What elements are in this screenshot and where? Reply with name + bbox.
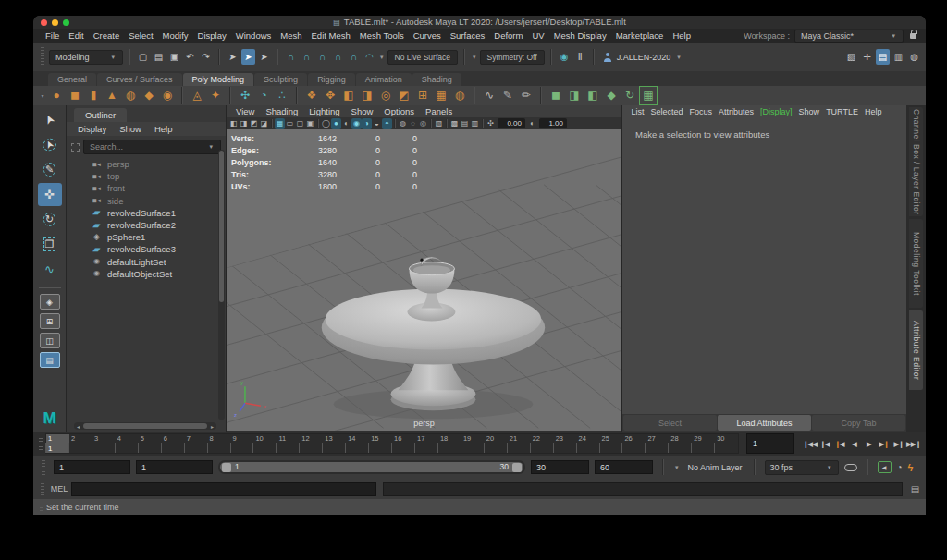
- tool-mode-selector[interactable]: Modeling▾: [49, 50, 123, 65]
- wireframe-icon[interactable]: ◯: [321, 118, 331, 129]
- frame-cell[interactable]: 15: [369, 434, 392, 453]
- exposure-field[interactable]: 0.00: [498, 118, 525, 128]
- exposure-icon[interactable]: ✣: [486, 118, 496, 129]
- menu-windows[interactable]: Windows: [231, 30, 277, 41]
- outliner-item-side[interactable]: ◼◄side: [67, 195, 226, 207]
- layout-four-pane[interactable]: ⊞: [40, 313, 60, 329]
- menu-create[interactable]: Create: [89, 30, 125, 41]
- menu-uv[interactable]: UV: [527, 30, 548, 41]
- pause-icon[interactable]: Ⅱ: [573, 49, 587, 65]
- frame-cell[interactable]: 29: [692, 434, 715, 453]
- grid-toggle-icon[interactable]: ▦: [275, 118, 285, 129]
- pane-icon[interactable]: ▥: [470, 118, 480, 129]
- account-menu[interactable]: J.ALLEN-2020▾: [600, 53, 686, 62]
- open-scene-icon[interactable]: ▤: [152, 49, 166, 65]
- move-tool-icon[interactable]: ✜: [38, 183, 62, 206]
- extrude-icon[interactable]: ◧: [584, 87, 601, 104]
- scrollbar-thumb[interactable]: [219, 151, 224, 302]
- layout-outliner-persp[interactable]: ▤: [40, 352, 60, 368]
- caret-down-icon[interactable]: ▾: [378, 54, 386, 61]
- workspace-selector[interactable]: Maya Classic*▾: [794, 30, 904, 43]
- menu-marketplace[interactable]: Marketplace: [611, 30, 669, 41]
- backface-culling-icon[interactable]: ◎: [418, 118, 428, 129]
- menu-surfaces[interactable]: Surfaces: [446, 30, 490, 41]
- ae-menu-list[interactable]: List: [628, 107, 647, 116]
- construction-plane-icon[interactable]: ✣: [237, 87, 253, 104]
- frame-cell[interactable]: 27: [646, 434, 669, 453]
- create-curve-icon[interactable]: ∿: [481, 87, 498, 104]
- viewport-menu-show[interactable]: Show: [346, 106, 379, 116]
- tool-settings-icon[interactable]: ✛: [860, 49, 874, 65]
- current-time-field[interactable]: 1: [746, 433, 794, 454]
- new-scene-icon[interactable]: ▢: [136, 49, 150, 65]
- pencil-curve-icon[interactable]: ✏: [518, 87, 535, 104]
- use-all-lights-icon[interactable]: ◉: [351, 118, 362, 129]
- default-material-icon[interactable]: ◍: [398, 118, 408, 129]
- reduce-icon[interactable]: ◎: [377, 87, 394, 104]
- filter-icon[interactable]: [71, 143, 80, 152]
- anim-snapshot-icon[interactable]: ϟ: [908, 462, 914, 473]
- shelf-tab-sculpting[interactable]: Sculpting: [254, 73, 307, 86]
- drag-handle[interactable]: [39, 437, 43, 450]
- redo-icon[interactable]: ↷: [199, 49, 213, 65]
- frame-cell[interactable]: 5: [139, 434, 162, 453]
- outliner-menu-display[interactable]: Display: [72, 124, 112, 134]
- shelf-tab-animation[interactable]: Animation: [356, 73, 412, 86]
- ae-menu-turtle[interactable]: TURTLE: [823, 107, 862, 116]
- motion-blur-icon[interactable]: ◓: [382, 118, 392, 129]
- edit-points-icon[interactable]: ✎: [499, 87, 516, 104]
- loop-playback-icon[interactable]: [844, 464, 857, 471]
- resolution-gate-icon[interactable]: ▢: [295, 118, 305, 129]
- shadows-icon[interactable]: ◑: [362, 118, 372, 129]
- smooth-mesh-icon[interactable]: ◍: [907, 49, 921, 65]
- gate-mask-icon[interactable]: ▣: [305, 118, 315, 129]
- menu-curves[interactable]: Curves: [409, 30, 446, 41]
- frame-cell[interactable]: 21: [508, 434, 531, 453]
- frame-cell[interactable]: 11: [46, 434, 69, 453]
- outliner-menu-show[interactable]: Show: [114, 124, 147, 134]
- layout-two-pane[interactable]: ◫: [40, 333, 60, 348]
- chamfer-icon[interactable]: ◆: [603, 87, 620, 104]
- scale-tool-icon[interactable]: ❐: [38, 233, 62, 256]
- scroll-left-icon[interactable]: ◂: [74, 423, 82, 430]
- menu-mesh-tools[interactable]: Mesh Tools: [355, 30, 409, 41]
- frame-cell[interactable]: 18: [438, 434, 461, 453]
- shelf-tab-poly-modeling[interactable]: Poly Modeling: [183, 73, 254, 86]
- ae-menu-focus[interactable]: Focus: [686, 107, 716, 116]
- scroll-right-icon[interactable]: ▸: [208, 423, 216, 430]
- bevel-icon[interactable]: ◼: [547, 87, 564, 104]
- outliner-item-revolvedsurface3[interactable]: ▰revolvedSurface3: [67, 243, 226, 255]
- outliner-item-defaultobjectset[interactable]: ◉defaultObjectSet: [67, 268, 226, 280]
- load-attributes-button[interactable]: Load Attributes: [718, 415, 811, 431]
- symmetry-field[interactable]: Symmetry: Off: [480, 50, 545, 65]
- frame-cell[interactable]: 24: [577, 434, 600, 453]
- menu-edit-mesh[interactable]: Edit Mesh: [307, 30, 355, 41]
- frame-cell[interactable]: 28: [669, 434, 692, 453]
- triangulate-icon[interactable]: ◩: [396, 87, 412, 104]
- layout-single-pane[interactable]: ◈: [40, 294, 60, 310]
- outliner-item-revolvedsurface2[interactable]: ▰revolvedSurface2: [67, 219, 226, 231]
- frame-cell[interactable]: 9: [231, 434, 254, 453]
- snap-point-icon[interactable]: ∩: [315, 49, 329, 65]
- select-tool-icon[interactable]: ➤: [38, 108, 62, 131]
- caret-down-icon[interactable]: ▾: [673, 464, 681, 471]
- frame-cell[interactable]: 26: [622, 434, 646, 453]
- update-view-icon[interactable]: ◔: [897, 463, 903, 472]
- camera-icon[interactable]: ◧: [228, 118, 239, 129]
- mel-input[interactable]: [71, 482, 376, 496]
- range-slider[interactable]: 1 30: [218, 460, 525, 474]
- lasso-tool-icon[interactable]: ➤: [38, 133, 62, 156]
- frame-cell[interactable]: 7: [185, 434, 208, 453]
- step-back-key-button[interactable]: ❙◀: [832, 436, 846, 451]
- frame-cell[interactable]: 6: [162, 434, 185, 453]
- shelf-menu-icon[interactable]: ▾: [39, 92, 46, 99]
- animation-start-field[interactable]: 1: [54, 460, 130, 474]
- anim-layer-button[interactable]: No Anim Layer: [686, 463, 744, 472]
- drag-handle[interactable]: [41, 46, 44, 67]
- sidebar-tab-attribute-editor[interactable]: Attribute Editor: [909, 310, 923, 390]
- image-plane-icon[interactable]: ◪: [259, 118, 269, 129]
- snap-curve-icon[interactable]: ∩: [300, 49, 314, 65]
- copy-tab-button[interactable]: Copy Tab: [812, 415, 905, 431]
- ae-menu-attributes[interactable]: Attributes: [716, 107, 757, 116]
- separate-icon[interactable]: ✥: [322, 87, 338, 104]
